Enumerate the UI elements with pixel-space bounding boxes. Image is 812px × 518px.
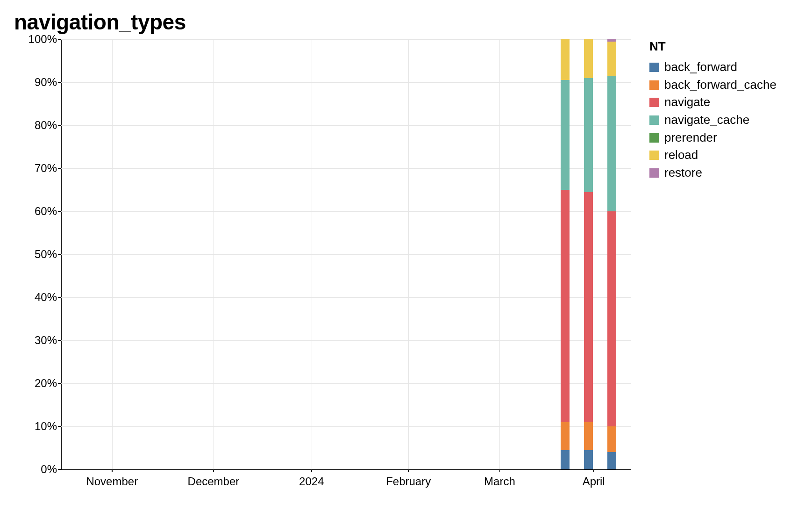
x-tick-label: November xyxy=(86,469,138,488)
y-tick-label: 0% xyxy=(41,463,61,476)
gridline-v xyxy=(594,39,594,469)
gridline-v xyxy=(112,39,113,469)
gridline-v xyxy=(408,39,409,469)
gridline-v xyxy=(214,39,214,469)
y-tick-label: 60% xyxy=(35,205,61,218)
legend-item-back_forward_cache: back_forward_cache xyxy=(649,76,776,94)
legend-label: prerender xyxy=(664,129,717,147)
legend-label: reload xyxy=(664,146,698,164)
legend-item-back_forward: back_forward xyxy=(649,58,776,76)
y-tick-label: 80% xyxy=(35,119,61,132)
bar-segment-navigate_cache xyxy=(561,80,570,190)
legend-item-restore: restore xyxy=(649,164,776,182)
gridline-h xyxy=(61,426,631,427)
y-tick-label: 90% xyxy=(35,76,61,89)
bar-column xyxy=(607,39,617,469)
y-tick-label: 70% xyxy=(35,162,61,175)
x-tick-label: February xyxy=(386,469,431,488)
legend-swatch xyxy=(649,80,659,90)
y-tick-label: 40% xyxy=(35,291,61,304)
bar-column xyxy=(584,39,593,469)
bar-column xyxy=(561,39,570,469)
gridline-h xyxy=(61,39,631,40)
bar-segment-navigate xyxy=(561,190,570,422)
y-tick-label: 50% xyxy=(35,248,61,261)
gridline-h xyxy=(61,82,631,83)
bar-segment-back_forward xyxy=(607,452,617,469)
y-tick-label: 100% xyxy=(28,33,61,46)
legend-item-prerender: prerender xyxy=(649,129,776,147)
bar-segment-navigate xyxy=(607,211,617,426)
bar-segment-navigate_cache xyxy=(607,76,617,211)
legend-swatch xyxy=(649,63,659,72)
y-tick-label: 30% xyxy=(35,334,61,347)
bar-segment-reload xyxy=(607,42,617,76)
plot-area: 0%10%20%30%40%50%60%70%80%90%100%Novembe… xyxy=(61,39,631,470)
gridline-h xyxy=(61,340,631,341)
bar-segment-navigate_cache xyxy=(584,78,593,192)
legend-swatch xyxy=(649,98,659,107)
gridline-h xyxy=(61,168,631,169)
legend-title: NT xyxy=(649,39,776,54)
gridline-h xyxy=(61,383,631,384)
legend-swatch xyxy=(649,133,659,143)
legend: NT back_forwardback_forward_cachenavigat… xyxy=(649,39,776,182)
legend-swatch xyxy=(649,115,659,125)
bar-segment-navigate xyxy=(584,192,593,422)
bar-segment-back_forward xyxy=(584,450,593,469)
chart-title: navigation_types xyxy=(14,9,798,35)
x-tick-label: March xyxy=(484,469,515,488)
legend-label: back_forward_cache xyxy=(664,76,776,94)
legend-swatch xyxy=(649,151,659,160)
legend-item-reload: reload xyxy=(649,146,776,164)
y-tick-label: 10% xyxy=(35,420,61,433)
legend-label: navigate_cache xyxy=(664,111,749,129)
bar-segment-back_forward_cache xyxy=(607,426,617,452)
chart-container: navigation_types 0%10%20%30%40%50%60%70%… xyxy=(0,0,812,518)
legend-swatch xyxy=(649,168,659,178)
legend-label: back_forward xyxy=(664,58,737,76)
legend-item-navigate_cache: navigate_cache xyxy=(649,111,776,129)
x-tick-label: December xyxy=(188,469,240,488)
x-tick-label: April xyxy=(583,469,605,488)
gridline-h xyxy=(61,125,631,126)
gridline-h xyxy=(61,297,631,298)
bar-segment-back_forward xyxy=(561,450,570,469)
chart-block: 0%10%20%30%40%50%60%70%80%90%100%Novembe… xyxy=(61,39,631,470)
y-tick-label: 20% xyxy=(35,377,61,390)
bar-segment-back_forward_cache xyxy=(561,422,570,450)
bar-segment-reload xyxy=(561,39,570,80)
chart-row: 0%10%20%30%40%50%60%70%80%90%100%Novembe… xyxy=(14,39,798,470)
bar-segment-back_forward_cache xyxy=(584,422,593,450)
gridline-h xyxy=(61,254,631,255)
legend-item-navigate: navigate xyxy=(649,94,776,111)
gridline-v xyxy=(312,39,312,469)
legend-label: navigate xyxy=(664,94,710,111)
bar-segment-reload xyxy=(584,39,593,78)
x-tick-label: 2024 xyxy=(299,469,324,488)
gridline-v xyxy=(499,39,500,469)
legend-label: restore xyxy=(664,164,702,182)
gridline-h xyxy=(61,211,631,212)
